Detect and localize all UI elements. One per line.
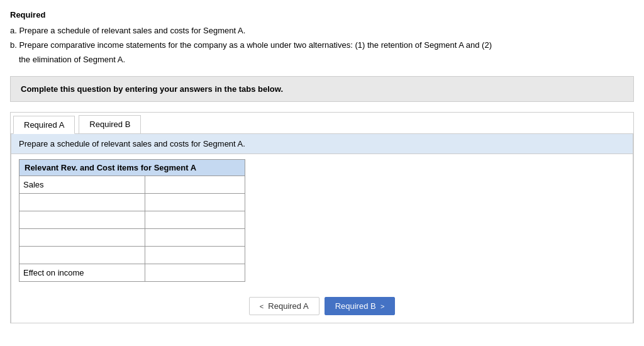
table-header: Relevant Rev. and Cost items for Segment…	[19, 160, 245, 176]
next-label: Required B	[335, 301, 376, 311]
row-label-3	[19, 229, 145, 247]
row-3-input[interactable]	[149, 233, 241, 242]
row-label-2	[19, 211, 145, 229]
content-description-text: Prepare a schedule of relevant sales and…	[19, 139, 245, 148]
table-row	[19, 229, 245, 247]
row-label-sales: Sales	[19, 176, 145, 194]
tabs-row: Required A Required B	[11, 113, 633, 134]
prev-chevron: <	[260, 303, 264, 310]
row-2-input[interactable]	[149, 215, 241, 225]
row-value-3[interactable]	[145, 229, 245, 247]
instructions: a. Prepare a schedule of relevant sales …	[10, 25, 634, 66]
tab-required-a[interactable]: Required A	[13, 116, 75, 134]
table-row: Sales	[19, 176, 245, 194]
row-4-input[interactable]	[149, 250, 241, 260]
table-row	[19, 211, 245, 229]
required-header: Required	[10, 10, 634, 20]
content-description: Prepare a schedule of relevant sales and…	[11, 134, 633, 154]
instruction-a: a. Prepare a schedule of relevant sales …	[10, 25, 634, 38]
table-wrapper: Relevant Rev. and Cost items for Segment…	[11, 154, 633, 287]
row-1-input[interactable]	[149, 198, 241, 207]
effect-row: Effect on income	[19, 264, 245, 282]
prev-label: Required A	[268, 301, 308, 311]
prev-button[interactable]: < Required A	[249, 297, 319, 315]
tabs-container: Required A Required B Prepare a schedule…	[10, 112, 634, 323]
row-value-sales[interactable]	[145, 176, 245, 194]
effect-input[interactable]	[149, 268, 241, 277]
nav-buttons: < Required A Required B >	[11, 289, 633, 323]
effect-value[interactable]	[145, 264, 245, 282]
row-value-1[interactable]	[145, 194, 245, 211]
effect-label: Effect on income	[19, 264, 145, 282]
sales-label: Sales	[23, 180, 44, 189]
row-value-4[interactable]	[145, 247, 245, 264]
sales-input[interactable]	[149, 180, 241, 189]
row-label-4	[19, 247, 145, 264]
table-row	[19, 194, 245, 211]
schedule-table: Relevant Rev. and Cost items for Segment…	[19, 159, 245, 282]
next-chevron: >	[380, 303, 384, 310]
instruction-b-end: the elimination of Segment A.	[19, 53, 634, 67]
instruction-b-start: b. Prepare comparative income statements…	[10, 39, 634, 52]
row-label-1	[19, 194, 145, 211]
next-button[interactable]: Required B >	[325, 297, 396, 315]
row-value-2[interactable]	[145, 211, 245, 229]
tab-required-b[interactable]: Required B	[79, 115, 141, 133]
complete-banner: Complete this question by entering your …	[10, 76, 634, 102]
banner-text: Complete this question by entering your …	[21, 84, 283, 94]
table-row	[19, 247, 245, 264]
content-area: Prepare a schedule of relevant sales and…	[11, 134, 633, 323]
page-container: Required a. Prepare a schedule of releva…	[10, 10, 634, 323]
